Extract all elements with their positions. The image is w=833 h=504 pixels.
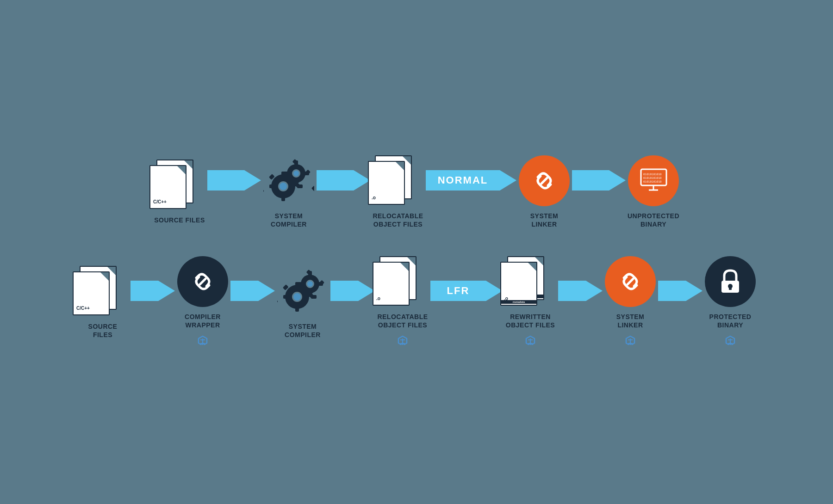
doc-stack-normal-source: C/C++ C/C++ bbox=[149, 160, 210, 210]
doc-stack-obj-lfr: .o .o bbox=[373, 256, 433, 307]
monitor-circle: 01010101010 01010101010 01010101010 bbox=[628, 155, 679, 206]
lock-svg bbox=[718, 268, 743, 295]
doc-front-label: C/C++ bbox=[153, 199, 167, 204]
svg-rect-44 bbox=[295, 282, 299, 288]
svg-point-32 bbox=[307, 281, 313, 287]
arrow-normal-labeled: NORMAL bbox=[426, 170, 516, 191]
protected-binary-label: PROTECTEDBINARY bbox=[709, 313, 752, 329]
lock-circle bbox=[705, 256, 756, 307]
unprotected-binary: 01010101010 01010101010 01010101010 UNPR… bbox=[623, 155, 684, 228]
svg-text:01010101010: 01010101010 bbox=[643, 172, 662, 176]
protected-binary: PROTECTEDBINARY bbox=[700, 256, 760, 349]
small-logo-protected bbox=[723, 335, 737, 349]
doc-obj-front-label: .o bbox=[372, 195, 376, 200]
lfr-flow-row: C/C++ C/C++ SOURCEFILES bbox=[73, 256, 760, 349]
doc-obj-lfr-front: .o bbox=[373, 262, 410, 306]
arrow-shaft-8 bbox=[658, 281, 686, 301]
doc-rewritten-front: .o metadata bbox=[500, 262, 537, 306]
arrow-8 bbox=[658, 281, 702, 301]
arrow-shaft-2 bbox=[317, 170, 354, 191]
arrow-shaft-6 bbox=[330, 281, 358, 301]
doc-stack-obj-normal: .o .o bbox=[368, 155, 428, 206]
doc-obj-front: .o bbox=[368, 161, 405, 205]
svg-point-2 bbox=[293, 171, 299, 176]
source-files-normal: C/C++ C/C++ SOURCE FILES bbox=[149, 160, 210, 224]
lfr-label: LFR bbox=[447, 285, 470, 297]
arrow-3 bbox=[572, 170, 626, 191]
monitor-svg: 01010101010 01010101010 01010101010 bbox=[639, 167, 669, 195]
system-compiler-label-normal: SYSTEMCOMPILER bbox=[271, 212, 307, 228]
svg-rect-14 bbox=[281, 172, 285, 177]
object-files-label-lfr: RELOCATABLEOBJECT FILES bbox=[377, 313, 428, 329]
linker-circle-lfr bbox=[605, 256, 656, 307]
doc-front: C/C++ bbox=[149, 165, 186, 209]
rewritten-files-label: REWRITTENOBJECT FILES bbox=[506, 313, 555, 329]
small-logo-obj bbox=[396, 335, 410, 349]
source-files-label-normal: SOURCE FILES bbox=[154, 216, 205, 224]
arrow-1 bbox=[207, 170, 261, 191]
normal-flow-row: C/C++ C/C++ SOURCE FILES bbox=[149, 155, 684, 228]
compiler-wrapper-circle bbox=[177, 256, 228, 307]
source-files-lfr: C/C++ C/C++ SOURCEFILES bbox=[73, 266, 133, 339]
doc-stack-rewritten: .o metadata .o metadata bbox=[500, 256, 560, 307]
svg-rect-20 bbox=[263, 187, 264, 193]
arrow-shaft-3 bbox=[572, 170, 609, 191]
small-logo-rewritten bbox=[523, 335, 537, 349]
normal-label: NORMAL bbox=[438, 174, 488, 186]
svg-rect-15 bbox=[281, 196, 285, 201]
svg-line-29 bbox=[200, 279, 205, 284]
arrow-2 bbox=[317, 170, 370, 191]
compiler-wrapper: COMPILERWRAPPER bbox=[173, 256, 233, 349]
svg-line-51 bbox=[628, 279, 633, 284]
arrow-6 bbox=[330, 281, 375, 301]
arrow-shaft-1 bbox=[207, 170, 244, 191]
rewritten-object-files: .o metadata .o metadata REWRITTENOBJECT … bbox=[500, 256, 560, 349]
object-files-label-normal: RELOCATABLEOBJECT FILES bbox=[373, 212, 423, 228]
system-linker-normal: SYSTEMLINKER bbox=[514, 155, 574, 228]
object-files-lfr: .o .o RELOCATABLEOBJECT FILES bbox=[373, 256, 433, 349]
svg-text:01010101010: 01010101010 bbox=[643, 176, 662, 179]
small-logo-wrapper bbox=[196, 335, 210, 349]
svg-line-22 bbox=[541, 178, 547, 184]
diagram-container: C/C++ C/C++ SOURCE FILES bbox=[0, 0, 833, 504]
svg-rect-16 bbox=[297, 184, 303, 188]
svg-rect-17 bbox=[269, 184, 275, 188]
svg-rect-46 bbox=[311, 295, 317, 299]
arrow-shaft-5 bbox=[230, 281, 258, 301]
compiler-wrapper-label: COMPILERWRAPPER bbox=[185, 313, 221, 329]
system-compiler-normal: SYSTEMCOMPILER bbox=[259, 155, 319, 228]
system-linker-label-normal: SYSTEMLINKER bbox=[530, 212, 559, 228]
system-compiler-label-lfr: SYSTEMCOMPILER bbox=[285, 322, 321, 339]
svg-rect-45 bbox=[295, 306, 299, 312]
svg-text:01010101010: 01010101010 bbox=[643, 180, 662, 183]
arrow-shaft-7 bbox=[558, 281, 586, 301]
svg-rect-54 bbox=[729, 286, 732, 290]
arrow-shaft-4 bbox=[131, 281, 158, 301]
doc-lfr-src-front-label: C/C++ bbox=[76, 306, 90, 311]
arrow-7 bbox=[558, 281, 603, 301]
system-linker-lfr: SYSTEMLINKER bbox=[600, 256, 660, 349]
doc-lfr-src-front: C/C++ bbox=[73, 271, 110, 315]
gear-svg-lfr bbox=[277, 266, 328, 317]
chain-link-svg-normal bbox=[530, 167, 558, 195]
gear-svg-normal bbox=[263, 155, 314, 206]
unprotected-binary-label: UNPROTECTEDBINARY bbox=[628, 212, 679, 228]
svg-rect-47 bbox=[283, 295, 289, 299]
doc-obj-lfr-front-label: .o bbox=[376, 296, 380, 301]
svg-rect-18 bbox=[311, 185, 314, 191]
arrow-lfr-labeled: LFR bbox=[430, 281, 503, 301]
arrow-4 bbox=[131, 281, 175, 301]
small-logo-linker bbox=[623, 335, 637, 349]
arrow-normal-shaft: NORMAL bbox=[426, 170, 500, 191]
object-files-normal: .o .o RELOCATABLEOBJECT FILES bbox=[368, 155, 428, 228]
system-linker-label-lfr: SYSTEMLINKER bbox=[616, 313, 645, 329]
chain-link-svg-wrapper bbox=[189, 268, 217, 295]
linker-circle-normal bbox=[519, 155, 570, 206]
svg-point-13 bbox=[280, 183, 287, 190]
system-compiler-lfr: SYSTEMCOMPILER bbox=[273, 266, 333, 339]
doc-stack-lfr-source: C/C++ C/C++ bbox=[73, 266, 133, 317]
chain-link-svg-lfr bbox=[616, 268, 644, 295]
arrow-5 bbox=[230, 281, 275, 301]
svg-point-43 bbox=[293, 293, 301, 301]
svg-rect-49 bbox=[277, 298, 278, 304]
